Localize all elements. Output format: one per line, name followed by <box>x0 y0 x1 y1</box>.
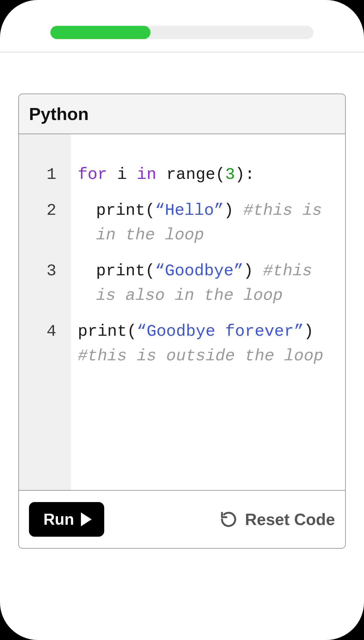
reset-code-button[interactable]: Reset Code <box>220 510 335 529</box>
token-text: i <box>107 165 137 184</box>
token-text: print( <box>96 201 155 220</box>
run-button-label: Run <box>43 510 74 529</box>
panel-footer: Run Reset Code <box>19 490 345 548</box>
play-icon <box>81 512 92 526</box>
reset-icon <box>220 511 237 528</box>
token-string: “Goodbye” <box>155 262 243 280</box>
progress-bar-wrap <box>0 0 364 52</box>
reset-button-label: Reset Code <box>245 510 335 529</box>
code-editor[interactable]: 1234 for i in range(3):print(“Hello”) #t… <box>19 134 345 490</box>
token-string: “Hello” <box>155 201 224 220</box>
code-line: print(“Goodbye forever”) #this is outsid… <box>78 319 336 369</box>
token-text: ) <box>224 201 243 220</box>
token-text: ) <box>304 322 314 341</box>
code-panel: Python 1234 for i in range(3):print(“Hel… <box>18 94 346 549</box>
line-number: 4 <box>19 319 71 369</box>
progress-track <box>50 26 314 39</box>
token-comment: #this is outside the loop <box>78 347 323 365</box>
line-number-gutter: 1234 <box>19 134 71 490</box>
line-number: 3 <box>19 259 71 308</box>
token-number: 3 <box>225 165 235 184</box>
lesson-content: Python 1234 for i in range(3):print(“Hel… <box>0 53 364 549</box>
token-keyword: in <box>137 165 156 184</box>
device-frame: Python 1234 for i in range(3):print(“Hel… <box>0 0 364 640</box>
code-line: print(“Hello”) #this is in the loop <box>78 198 336 248</box>
code-lines: for i in range(3):print(“Hello”) #this i… <box>71 134 345 490</box>
token-text: print( <box>78 322 137 341</box>
line-number: 1 <box>19 163 71 187</box>
token-string: “Goodbye forever” <box>137 322 304 341</box>
token-text: print( <box>96 262 155 280</box>
token-keyword: for <box>78 165 107 184</box>
code-line: for i in range(3): <box>78 163 336 187</box>
line-number: 2 <box>19 198 71 248</box>
token-text: range( <box>156 165 225 184</box>
panel-title: Python <box>19 94 345 134</box>
token-text: ) <box>243 262 263 280</box>
run-button[interactable]: Run <box>29 502 104 537</box>
code-line: print(“Goodbye”) #this is also in the lo… <box>78 259 336 308</box>
progress-fill <box>50 26 151 39</box>
token-text: ): <box>235 165 254 184</box>
